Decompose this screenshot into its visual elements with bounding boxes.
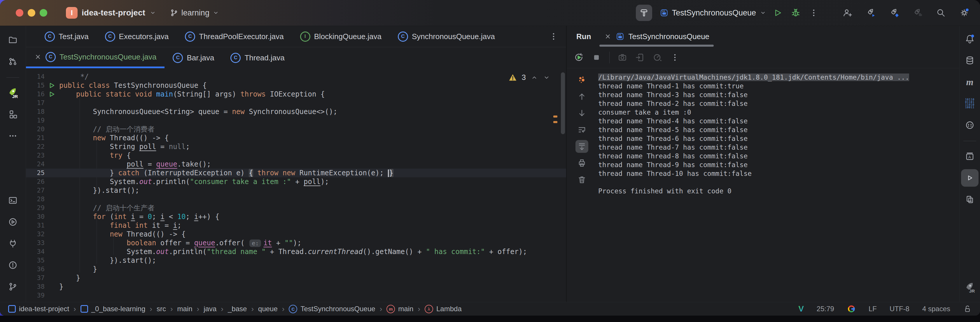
plug-icon[interactable] [4, 235, 22, 252]
close-icon[interactable] [604, 33, 612, 40]
inspections-widget[interactable]: 3 [508, 73, 550, 82]
tab-TestSynchronousQueue.java[interactable]: CTestSynchronousQueue.java [26, 47, 164, 68]
dictionary-icon[interactable]: A [961, 148, 978, 165]
gutter-run-icon[interactable] [45, 83, 59, 88]
code-line: 24 poll = queue.take(); [26, 160, 566, 169]
line-number: 32 [26, 230, 45, 239]
camera-icon[interactable] [615, 50, 630, 65]
problems-icon[interactable] [4, 257, 22, 274]
commit-icon[interactable] [4, 53, 22, 70]
project-widget[interactable]: I idea-test-project [66, 7, 156, 19]
folder-icon[interactable] [4, 31, 22, 49]
line-number: 31 [26, 221, 45, 230]
trash-icon[interactable] [576, 173, 588, 186]
editor-scrollbar[interactable] [561, 72, 565, 134]
play-button[interactable] [769, 5, 786, 21]
tab-SynchronousQueue.java[interactable]: CSynchronousQueue.java [390, 26, 503, 47]
terminal-icon[interactable] [4, 191, 22, 209]
settings-icon[interactable] [956, 5, 972, 21]
tab-Bar.java[interactable]: CBar.java [164, 47, 222, 68]
breadcrumb-item[interactable]: java [204, 305, 216, 313]
rerun-icon[interactable] [571, 50, 587, 65]
kebab-button[interactable] [806, 5, 822, 21]
next-warning-button[interactable] [543, 74, 550, 81]
jrebel-debug-icon[interactable] [886, 5, 902, 21]
structure-icon[interactable] [4, 105, 22, 123]
attach-icon[interactable] [632, 50, 648, 65]
print-icon[interactable] [576, 157, 588, 169]
stop-icon[interactable] [589, 50, 604, 65]
tab-Executors.java[interactable]: CExecutors.java [97, 26, 177, 47]
profiler-icon[interactable] [650, 50, 665, 65]
breadcrumb-item[interactable]: λLambda [425, 305, 462, 313]
arrow-down-icon[interactable] [576, 107, 588, 120]
vcs-branch-widget[interactable]: learning [170, 8, 220, 18]
jrebel-run-icon[interactable] [863, 5, 879, 21]
prev-warning-button[interactable] [531, 74, 538, 81]
soft-wrap-icon[interactable] [576, 123, 588, 136]
class-icon: C [231, 53, 240, 63]
breadcrumb-label: queue [258, 305, 278, 313]
kebab-icon[interactable] [667, 50, 682, 65]
breadcrumb-item[interactable]: idea-test-project [8, 305, 69, 313]
line-separator[interactable]: LF [869, 305, 877, 313]
database-icon[interactable] [961, 52, 978, 69]
notifications-icon[interactable] [961, 30, 978, 48]
code-text: // 启动十个生产者 [59, 204, 154, 212]
indent-setting[interactable]: 4 spaces [922, 305, 950, 313]
error-stripe-mark[interactable] [553, 115, 557, 118]
caret-position[interactable]: 25:79 [817, 305, 834, 313]
arrow-up-icon[interactable] [576, 90, 588, 103]
file-encoding[interactable]: UTF-8 [889, 305, 909, 313]
google-icon[interactable] [847, 304, 856, 313]
debug-button[interactable] [788, 5, 804, 21]
breadcrumb-item[interactable]: mmain [387, 305, 413, 313]
editor-pane: CTest.javaCExecutors.javaCThreadPoolExec… [26, 26, 567, 302]
copies-icon[interactable] [961, 191, 978, 208]
v-plugin-icon[interactable]: V [798, 304, 804, 314]
process-icon[interactable] [576, 73, 588, 86]
breadcrumb-item[interactable]: _0_base-learning [81, 305, 145, 313]
breadcrumb-item[interactable]: CTestSynchronousQueue [289, 305, 375, 313]
tab-Test.java[interactable]: CTest.java [37, 26, 97, 47]
git-branch-icon[interactable] [4, 278, 22, 295]
close-icon[interactable] [34, 53, 42, 61]
tab-ThreadPoolExecutor.java[interactable]: CThreadPoolExecutor.java [177, 26, 292, 47]
line-number: 16 [26, 90, 45, 99]
tab-list-kebab-icon[interactable] [549, 26, 558, 47]
gutter-run-icon[interactable] [45, 91, 59, 97]
tab-Thread.java[interactable]: CThread.java [222, 47, 293, 68]
console[interactable]: /Library/Java/JavaVirtualMachines/jdk1.8… [567, 68, 959, 302]
more-icon[interactable] [4, 127, 22, 145]
build-button[interactable] [636, 5, 652, 21]
breadcrumb-separator: › [170, 304, 173, 314]
run-play-icon[interactable] [961, 169, 978, 187]
code-line: 18 SynchronousQueue<String> queue = new … [26, 107, 566, 116]
code-editor[interactable]: 14 */15public class TestSynchronousQueue… [26, 68, 566, 302]
add-user-icon[interactable] [839, 5, 856, 21]
maven-icon[interactable]: m [961, 73, 978, 91]
matrix-icon[interactable]: 10110011011101010011 [961, 95, 978, 112]
jrebel-icon[interactable]: JR [4, 84, 22, 102]
lambda-icon: λ [425, 305, 433, 313]
close-window-button[interactable] [16, 9, 23, 17]
zoom-window-button[interactable] [40, 9, 47, 17]
tab-BlockingQueue.java[interactable]: IBlockingQueue.java [292, 26, 390, 47]
minimize-window-button[interactable] [28, 9, 35, 17]
run-tab[interactable]: TestSynchronousQueue [604, 32, 710, 41]
lock-icon[interactable] [963, 304, 972, 313]
services-icon[interactable] [961, 116, 978, 134]
scroll-end-icon[interactable] [576, 140, 588, 153]
search-icon[interactable] [933, 5, 949, 21]
jrebel-cloud-icon[interactable] [909, 5, 926, 21]
error-stripe-mark[interactable] [553, 121, 557, 123]
breadcrumb-item[interactable]: src [157, 305, 166, 313]
breadcrumb-item[interactable]: main [177, 305, 192, 313]
breadcrumb-item[interactable]: _base [228, 305, 247, 313]
run-circle-icon[interactable] [4, 213, 22, 231]
breadcrumb-item[interactable]: queue [258, 305, 278, 313]
jrebel-gray-icon[interactable]: JR [961, 279, 978, 296]
line-number: 24 [26, 160, 45, 169]
line-number: 25 [26, 169, 45, 177]
run-configuration-selector[interactable]: TestSynchronousQueue [660, 8, 767, 18]
